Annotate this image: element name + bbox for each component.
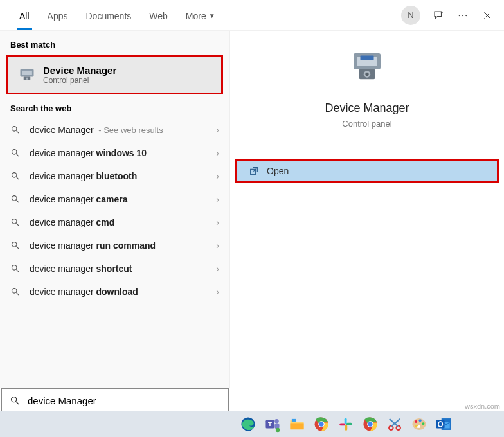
best-match-heading: Best match <box>0 31 230 55</box>
svg-point-2 <box>465 14 467 15</box>
web-result-item[interactable]: device manager camera› <box>0 188 230 211</box>
svg-line-24 <box>16 292 19 295</box>
web-result-label: device manager download <box>30 287 216 297</box>
taskbar-teams-icon[interactable]: T <box>262 414 283 434</box>
detail-subtitle: Control panel <box>342 119 392 129</box>
svg-text:T: T <box>268 420 272 427</box>
tab-documents[interactable]: Documents <box>76 2 140 29</box>
chevron-right-icon[interactable]: › <box>216 125 219 135</box>
web-result-label: device manager camera <box>30 194 216 204</box>
svg-rect-47 <box>345 425 348 431</box>
svg-point-15 <box>12 196 17 201</box>
svg-point-8 <box>26 77 28 80</box>
svg-rect-45 <box>345 418 347 424</box>
svg-rect-27 <box>361 56 374 60</box>
svg-point-32 <box>12 397 17 402</box>
search-bar[interactable] <box>1 388 229 413</box>
tab-label: All <box>19 11 30 21</box>
web-result-item[interactable]: device manager run command› <box>0 234 230 257</box>
chevron-right-icon[interactable]: › <box>216 217 219 227</box>
svg-point-19 <box>12 242 17 247</box>
feedback-icon[interactable] <box>432 9 445 22</box>
svg-point-37 <box>274 419 279 424</box>
search-input[interactable] <box>28 395 221 406</box>
search-icon <box>10 194 21 204</box>
web-result-label: device manager bluetooth <box>30 171 216 181</box>
taskbar-outlook-icon[interactable] <box>433 414 454 434</box>
chevron-right-icon[interactable]: › <box>216 171 219 181</box>
svg-line-14 <box>16 177 19 179</box>
best-match-text: Device Manager Control panel <box>43 65 116 85</box>
avatar[interactable]: N <box>401 6 420 25</box>
svg-line-12 <box>16 154 19 156</box>
svg-point-11 <box>12 150 17 155</box>
svg-point-59 <box>422 422 424 425</box>
taskbar-chrome2-icon[interactable] <box>360 414 381 434</box>
web-result-item[interactable]: device manager cmd› <box>0 211 230 234</box>
web-result-item[interactable]: device manager bluetooth› <box>0 165 230 188</box>
svg-rect-41 <box>292 419 296 422</box>
detail-pane: Device Manager Control panel Open <box>230 31 504 388</box>
svg-point-0 <box>459 14 460 15</box>
svg-line-20 <box>16 246 19 249</box>
svg-line-10 <box>16 130 19 133</box>
tab-all[interactable]: All <box>10 2 39 29</box>
web-result-item[interactable]: device Manager - See web results› <box>0 118 230 141</box>
svg-point-21 <box>12 265 17 271</box>
web-result-label: device manager windows 10 <box>30 148 216 158</box>
tab-label: More <box>186 11 206 21</box>
svg-point-57 <box>415 420 417 423</box>
svg-rect-48 <box>339 424 345 426</box>
taskbar-slack-icon[interactable] <box>336 414 356 434</box>
taskbar-edge-icon[interactable] <box>238 414 258 434</box>
tab-more[interactable]: More ▼ <box>177 2 224 29</box>
header: All Apps Documents Web More ▼ N <box>0 0 504 31</box>
tabs: All Apps Documents Web More ▼ <box>10 2 224 29</box>
chevron-right-icon[interactable]: › <box>216 148 219 158</box>
detail-title: Device Manager <box>325 102 409 115</box>
open-button[interactable]: Open <box>235 159 499 183</box>
search-icon <box>10 263 21 274</box>
svg-rect-6 <box>22 71 32 75</box>
web-result-label: device manager cmd <box>30 217 216 227</box>
chevron-down-icon: ▼ <box>209 12 215 19</box>
best-match-title: Device Manager <box>43 65 116 76</box>
taskbar-paint-icon[interactable] <box>409 414 429 434</box>
more-icon[interactable] <box>456 9 469 22</box>
search-icon <box>10 240 21 251</box>
chevron-right-icon[interactable]: › <box>216 240 219 251</box>
web-result-label: device Manager - See web results <box>30 125 216 135</box>
svg-line-18 <box>16 223 19 226</box>
svg-line-33 <box>16 402 19 404</box>
close-icon[interactable] <box>481 9 494 22</box>
search-icon <box>10 125 21 135</box>
chevron-right-icon[interactable]: › <box>216 263 219 274</box>
web-result-item[interactable]: device manager shortcut› <box>0 257 230 280</box>
svg-point-58 <box>419 419 422 422</box>
taskbar: T <box>0 411 504 437</box>
search-web-heading: Search the web <box>0 94 230 118</box>
main: Best match Device Manager Control panel … <box>0 31 504 388</box>
svg-line-16 <box>16 200 19 202</box>
header-actions: N <box>401 6 501 25</box>
web-result-item[interactable]: device manager download› <box>0 280 230 303</box>
tab-apps[interactable]: Apps <box>39 2 77 29</box>
tab-web[interactable]: Web <box>140 2 177 29</box>
svg-point-51 <box>368 422 372 426</box>
tab-label: Apps <box>48 11 68 21</box>
taskbar-explorer-icon[interactable] <box>287 414 307 434</box>
taskbar-chrome-icon[interactable] <box>311 414 332 434</box>
chevron-right-icon[interactable]: › <box>216 287 219 297</box>
web-result-item[interactable]: device manager windows 10› <box>0 141 230 165</box>
open-icon <box>249 166 259 176</box>
tab-label: Documents <box>86 11 131 21</box>
best-match-item[interactable]: Device Manager Control panel <box>6 55 223 94</box>
taskbar-snip-icon[interactable] <box>384 414 405 434</box>
svg-point-52 <box>389 425 393 430</box>
tab-label: Web <box>149 11 168 21</box>
chevron-right-icon[interactable]: › <box>216 194 219 204</box>
svg-point-44 <box>319 422 323 426</box>
device-manager-icon-large <box>348 48 386 86</box>
web-result-label: device manager shortcut <box>30 263 216 274</box>
svg-point-39 <box>276 428 280 433</box>
